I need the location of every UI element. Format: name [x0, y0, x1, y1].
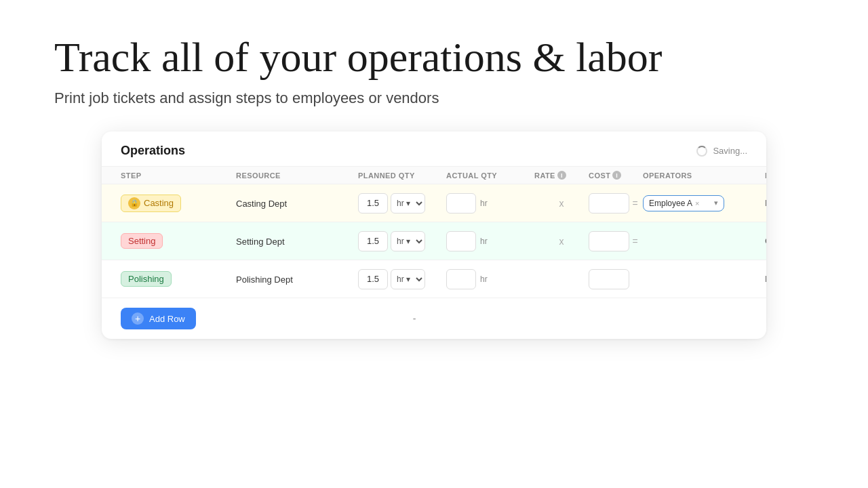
col-cost: COST i	[589, 171, 643, 180]
step-cell-setting: Setting	[121, 233, 236, 249]
planned-qty-input-setting[interactable]	[358, 231, 388, 251]
saving-label: Saving...	[713, 146, 747, 156]
rate-input-setting[interactable]	[589, 231, 629, 251]
instructions-casting: Leave the sprue ....	[765, 198, 766, 208]
rate-input-casting[interactable]	[589, 193, 629, 214]
step-badge-setting: Setting	[121, 233, 163, 249]
actual-qty-casting: hr	[446, 193, 534, 214]
rate-cell-casting: =	[589, 193, 643, 214]
actual-unit-setting: hr	[480, 237, 488, 246]
col-resource: RESOURCE	[236, 171, 358, 180]
table-row: Setting Setting Dept hr ▾ hr x =	[102, 222, 766, 260]
planned-unit-select-polishing[interactable]: hr ▾	[391, 269, 425, 289]
instructions-setting: Claw prongs	[765, 236, 766, 246]
table-header: STEP RESOURCE PLANNED QTY ACTUAL QTY RAT…	[102, 167, 766, 184]
saving-spinner-icon	[696, 146, 707, 157]
panel-header: Operations Saving...	[102, 131, 766, 167]
planned-qty-polishing: hr ▾	[358, 269, 446, 289]
operators-cell-casting[interactable]: Employee A × ▾	[643, 195, 765, 211]
plus-circle-icon: +	[132, 312, 144, 325]
actual-unit-polishing: hr	[480, 274, 488, 284]
operator-dropdown-arrow-casting[interactable]: ▾	[714, 199, 718, 207]
rate-cell-polishing	[589, 269, 643, 289]
x-sep-setting: x	[534, 236, 589, 247]
col-planned-qty: PLANNED QTY	[358, 171, 446, 180]
operator-tag-casting: Employee A ×	[649, 199, 699, 208]
step-badge-casting: 🔒 Casting	[121, 195, 181, 212]
table-row: 🔒 Casting Casting Dept hr ▾ hr x =	[102, 184, 766, 222]
step-badge-polishing: Polishing	[121, 271, 172, 287]
actual-qty-input-casting[interactable]	[446, 193, 476, 214]
resource-cell-polishing: Polishing Dept	[236, 273, 358, 285]
add-row-label: Add Row	[149, 314, 185, 324]
planned-qty-casting: hr ▾	[358, 193, 446, 214]
planned-qty-setting: hr ▾	[358, 231, 446, 251]
operations-panel: Operations Saving... STEP RESOURCE PLANN…	[102, 131, 766, 339]
x-sep-casting: x	[534, 198, 589, 209]
resource-cell-setting: Setting Dept	[236, 235, 358, 247]
planned-qty-input-polishing[interactable]	[358, 269, 388, 289]
dash-separator: -	[413, 313, 416, 324]
actual-qty-setting: hr	[446, 231, 534, 251]
col-actual-qty: ACTUAL QTY	[446, 171, 534, 180]
actual-unit-casting: hr	[480, 199, 488, 208]
col-step: STEP	[121, 171, 236, 180]
hero-subtitle: Print job tickets and assign steps to em…	[54, 89, 814, 107]
rate-info-icon: i	[557, 171, 566, 180]
actual-qty-polishing: hr	[446, 269, 534, 289]
add-row-button[interactable]: + Add Row	[121, 308, 196, 329]
col-instructions: INSTRUCTIONS	[765, 171, 766, 180]
actual-qty-input-polishing[interactable]	[446, 269, 476, 289]
cost-info-icon: i	[612, 171, 621, 180]
add-row-section: + Add Row -	[102, 298, 766, 339]
hero-title: Track all of your operations & labor	[54, 34, 814, 80]
planned-unit-select-casting[interactable]: hr ▾	[391, 193, 425, 214]
remove-operator-casting[interactable]: ×	[695, 199, 699, 207]
casting-icon: 🔒	[128, 197, 140, 209]
step-cell-casting: 🔒 Casting	[121, 195, 236, 212]
planned-unit-select-setting[interactable]: hr ▾	[391, 231, 425, 251]
planned-qty-input-casting[interactable]	[358, 193, 388, 214]
saving-indicator: Saving...	[696, 146, 747, 157]
col-rate: RATE i	[534, 171, 589, 180]
step-cell-polishing: Polishing	[121, 271, 236, 287]
resource-cell-casting: Casting Dept	[236, 197, 358, 209]
operator-dropdown-casting[interactable]: Employee A × ▾	[643, 195, 724, 211]
instructions-polishing: Matte Finish	[765, 274, 766, 284]
actual-qty-input-setting[interactable]	[446, 231, 476, 251]
rate-cell-setting: =	[589, 231, 643, 251]
col-operators: OPERATORS	[643, 171, 765, 180]
table-row: Polishing Polishing Dept hr ▾ hr	[102, 260, 766, 298]
rate-input-polishing[interactable]	[589, 269, 629, 289]
panel-title: Operations	[121, 144, 185, 158]
